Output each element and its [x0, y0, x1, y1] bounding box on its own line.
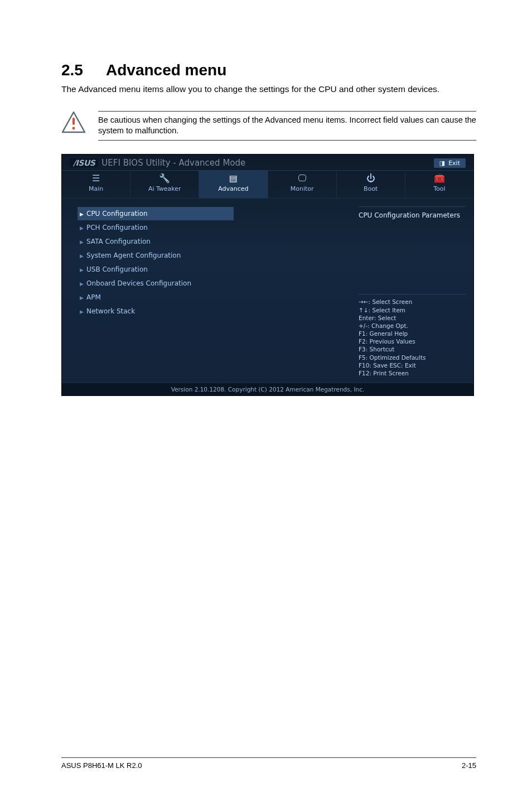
- menu-system-agent-configuration[interactable]: ▶System Agent Configuration: [78, 249, 346, 262]
- tab-ai-tweaker[interactable]: 🔧 Ai Tweaker: [130, 171, 199, 198]
- key-hint: F10: Save ESC: Exit: [359, 361, 466, 369]
- menu-label: PCH Configuration: [86, 224, 148, 231]
- menu-network-stack[interactable]: ▶Network Stack: [78, 305, 346, 318]
- tab-label: Main: [89, 185, 103, 192]
- power-icon: ⏻: [337, 174, 405, 183]
- chevron-right-icon: ▶: [80, 309, 85, 315]
- chevron-right-icon: ▶: [80, 239, 85, 245]
- page-footer: ASUS P8H61-M LK R2.0 2-15: [61, 757, 476, 770]
- list-icon: ☰: [62, 174, 130, 183]
- menu-cpu-configuration[interactable]: ▶CPU Configuration: [78, 207, 234, 220]
- bios-version-footer: Version 2.10.1208. Copyright (C) 2012 Am…: [62, 383, 473, 395]
- key-hint: +/-: Change Opt.: [359, 322, 466, 330]
- chevron-right-icon: ▶: [80, 253, 85, 259]
- help-title: CPU Configuration Parameters: [359, 206, 466, 219]
- wrench-icon: 🔧: [130, 174, 199, 183]
- menu-label: Onboard Devices Configuration: [86, 279, 191, 287]
- key-help: →←: Select Screen ↑↓: Select Item Enter:…: [359, 294, 466, 377]
- svg-rect-1: [72, 118, 75, 125]
- tab-label: Tool: [433, 185, 445, 192]
- key-hint: →←: Select Screen: [359, 298, 466, 306]
- bios-tabs: ☰ Main 🔧 Ai Tweaker ▤ Advanced 🖵 Monitor…: [62, 171, 473, 199]
- chip-icon: ▤: [199, 174, 267, 183]
- bios-help-pane: CPU Configuration Parameters →←: Select …: [351, 199, 473, 383]
- menu-label: Network Stack: [86, 307, 135, 315]
- caution-icon: [61, 111, 86, 133]
- toolbox-icon: 🧰: [405, 174, 473, 183]
- tab-label: Boot: [364, 185, 378, 192]
- tab-main[interactable]: ☰ Main: [62, 171, 130, 198]
- key-hint: F12: Print Screen: [359, 369, 466, 377]
- menu-label: APM: [86, 293, 101, 301]
- bios-menu: ▶CPU Configuration ▶PCH Configuration ▶S…: [62, 199, 351, 383]
- chevron-right-icon: ▶: [80, 211, 85, 217]
- footer-model: ASUS P8H61-M LK R2.0: [61, 761, 142, 770]
- section-title: Advanced menu: [106, 61, 226, 79]
- menu-apm[interactable]: ▶APM: [78, 291, 346, 304]
- exit-label: Exit: [448, 160, 460, 167]
- menu-onboard-devices-configuration[interactable]: ▶Onboard Devices Configuration: [78, 277, 346, 290]
- section-number: 2.5: [61, 61, 106, 79]
- key-hint: Enter: Select: [359, 314, 466, 322]
- tab-monitor[interactable]: 🖵 Monitor: [268, 171, 337, 198]
- exit-button[interactable]: ◨ Exit: [434, 158, 466, 168]
- menu-label: SATA Configuration: [86, 238, 151, 245]
- monitor-icon: 🖵: [268, 174, 336, 183]
- menu-label: System Agent Configuration: [86, 252, 181, 259]
- key-hint: ↑↓: Select Item: [359, 306, 466, 314]
- tab-advanced[interactable]: ▤ Advanced: [199, 171, 268, 198]
- bios-titlebar: /ISUS UEFI BIOS Utility - Advanced Mode …: [62, 154, 473, 171]
- chevron-right-icon: ▶: [80, 267, 85, 273]
- caution-block: Be cautious when changing the settings o…: [61, 111, 476, 141]
- menu-pch-configuration[interactable]: ▶PCH Configuration: [78, 221, 346, 234]
- caution-text: Be cautious when changing the settings o…: [98, 111, 476, 141]
- tab-tool[interactable]: 🧰 Tool: [405, 171, 473, 198]
- menu-label: USB Configuration: [86, 265, 148, 273]
- key-hint: F2: Previous Values: [359, 337, 466, 345]
- key-hint: F1: General Help: [359, 330, 466, 337]
- svg-point-2: [72, 127, 75, 130]
- tab-label: Monitor: [291, 185, 314, 192]
- bios-window: /ISUS UEFI BIOS Utility - Advanced Mode …: [61, 154, 474, 396]
- menu-usb-configuration[interactable]: ▶USB Configuration: [78, 263, 346, 276]
- asus-logo: /ISUS: [70, 158, 98, 167]
- chevron-right-icon: ▶: [80, 225, 85, 231]
- chevron-right-icon: ▶: [80, 295, 85, 301]
- tab-label: Ai Tweaker: [148, 185, 181, 192]
- menu-sata-configuration[interactable]: ▶SATA Configuration: [78, 235, 346, 248]
- menu-label: CPU Configuration: [86, 210, 148, 218]
- section-heading: 2.5Advanced menu: [61, 61, 476, 79]
- key-hint: F3: Shortcut: [359, 345, 466, 353]
- tab-boot[interactable]: ⏻ Boot: [337, 171, 405, 198]
- tab-label: Advanced: [218, 185, 248, 192]
- chevron-right-icon: ▶: [80, 281, 85, 287]
- footer-page-number: 2-15: [462, 761, 476, 770]
- bios-title-text: UEFI BIOS Utility - Advanced Mode: [101, 158, 245, 168]
- exit-icon: ◨: [439, 160, 445, 167]
- intro-paragraph: The Advanced menu items allow you to cha…: [61, 84, 476, 95]
- key-hint: F5: Optimized Defaults: [359, 354, 466, 361]
